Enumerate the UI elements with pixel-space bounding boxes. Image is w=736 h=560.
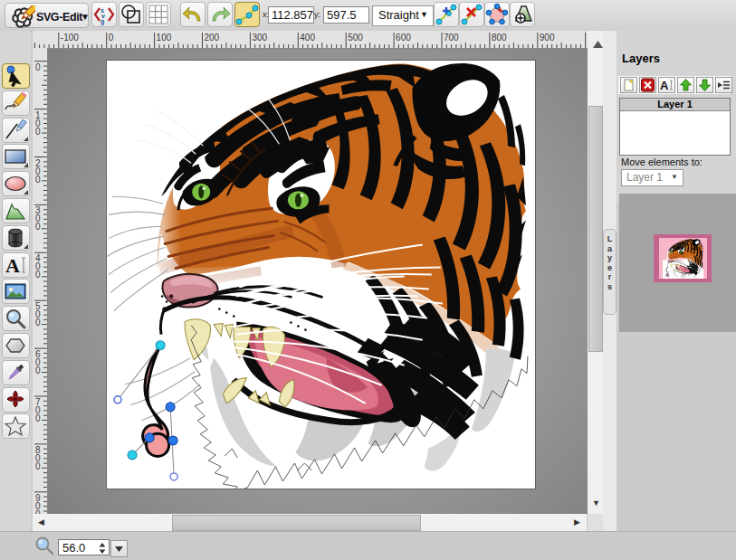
svg-text:800: 800 [492,33,507,43]
svg-text:900: 900 [540,33,555,43]
svg-text:0: 0 [35,175,41,185]
svg-text:0: 0 [35,270,41,280]
svg-text:0: 0 [35,222,41,232]
svg-text:g: g [100,18,104,25]
svg-text:0: 0 [35,127,41,137]
svg-text:A: A [660,79,669,92]
svg-text:0: 0 [35,318,41,327]
svg-text:100: 100 [157,33,172,43]
svg-text:0: 0 [35,365,41,375]
svg-text:0: 0 [35,62,41,72]
svg-text:300: 300 [252,33,267,43]
svg-text:600: 600 [396,33,411,43]
svg-text:500: 500 [348,33,363,43]
svg-text:200: 200 [205,33,220,43]
svg-text:A: A [5,254,20,277]
svg-text:400: 400 [300,33,315,43]
svg-text:-100: -100 [61,33,79,43]
svg-text:700: 700 [444,33,459,43]
svg-text:0: 0 [35,413,41,423]
svg-text:0: 0 [35,461,41,471]
svg-text:0: 0 [109,33,114,43]
